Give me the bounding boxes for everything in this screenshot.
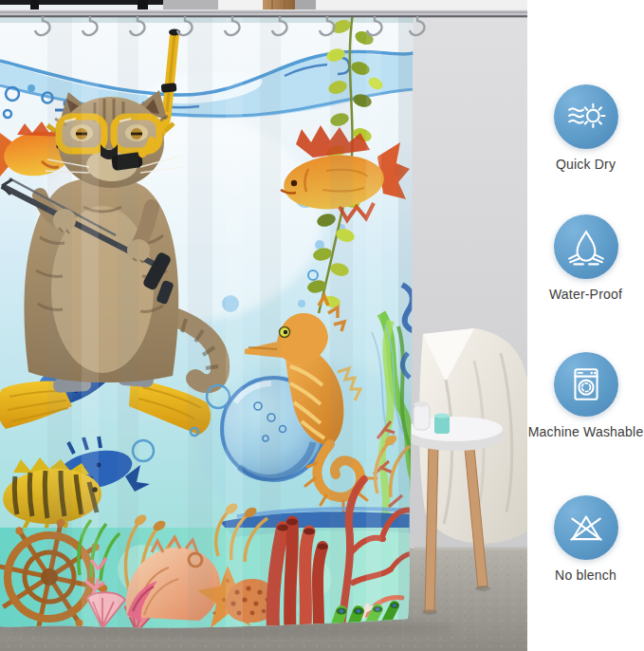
badge-label: Machine Washable (527, 424, 644, 439)
badge-label: Quick Dry (527, 157, 644, 172)
badge-label: Water-Proof (527, 287, 644, 302)
shower-rod (0, 9, 527, 17)
feature-badge-no-bleach: No blench (527, 495, 644, 583)
water-proof-icon (566, 227, 606, 267)
badge-circle (554, 495, 618, 560)
cup (434, 413, 450, 434)
badge-circle (554, 352, 618, 417)
feature-badge-water-proof: Water-Proof (527, 214, 644, 302)
feature-badge-machine-washable: Machine Washable (527, 352, 644, 439)
jar (414, 401, 430, 430)
feature-badge-column: Quick Dry Water-Proof (527, 0, 644, 651)
shower-curtain (0, 13, 427, 643)
feature-badge-quick-dry: Quick Dry (527, 84, 644, 172)
product-listing-image: Quick Dry Water-Proof (0, 0, 644, 651)
machine-washable-icon (566, 364, 606, 404)
no-bleach-icon (566, 508, 606, 548)
badge-circle (554, 214, 618, 279)
badge-circle (554, 84, 618, 149)
product-photo-illustration (0, 0, 527, 651)
quick-dry-icon (566, 97, 606, 137)
badge-label: No blench (527, 567, 644, 583)
